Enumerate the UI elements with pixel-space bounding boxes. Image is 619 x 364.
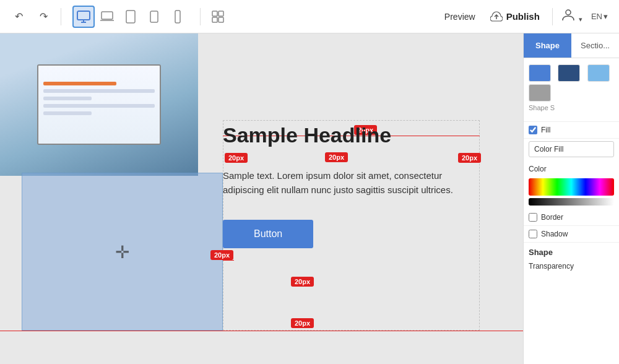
device-desktop-button[interactable] <box>72 6 95 28</box>
fill-label: Fill <box>541 126 614 134</box>
right-panel: Shape Sectio... Shape S Fill C <box>523 33 619 364</box>
screen-line-1 <box>43 82 116 85</box>
screen-line-5 <box>43 111 92 115</box>
svg-rect-7 <box>212 11 217 16</box>
redo-button[interactable]: ↷ <box>32 6 54 28</box>
svg-rect-8 <box>219 11 223 16</box>
publish-button[interactable]: Publish <box>484 7 546 27</box>
tab-section-label: Sectio... <box>581 41 610 50</box>
shadow-label: Shadow <box>541 230 614 238</box>
spacing-line-left <box>223 260 234 261</box>
blue-box[interactable]: ✛ <box>22 173 223 331</box>
tab-shape[interactable]: Shape <box>524 33 571 58</box>
shadow-checkbox[interactable] <box>529 230 537 238</box>
canvas-inner: ✛ 20px 20px 20px Sample Headline 20px Sa… <box>0 33 523 364</box>
swatch-light-blue[interactable] <box>587 64 610 82</box>
cta-button[interactable]: Button <box>223 220 313 248</box>
hero-image <box>0 33 198 176</box>
svg-rect-4 <box>126 11 135 23</box>
transparency-label: Transparency <box>524 259 619 275</box>
swatch-placeholder <box>558 84 580 102</box>
color-lightness[interactable] <box>529 198 614 206</box>
spacing-btn-bottom-badge: 20px <box>291 318 314 328</box>
device-tablet-button[interactable] <box>119 6 142 28</box>
tab-section[interactable]: Sectio... <box>571 33 619 58</box>
spacing-line-bottom <box>0 331 523 331</box>
swatch-gray[interactable] <box>529 84 551 102</box>
swatch-placeholder2 <box>587 84 610 102</box>
screen-content <box>38 66 160 144</box>
svg-point-12 <box>566 10 571 15</box>
device-tablet-sm-button[interactable] <box>143 6 165 28</box>
spacing-bluebox-left-badge: 20px <box>210 250 233 260</box>
canvas[interactable]: ✛ 20px 20px 20px Sample Headline 20px Sa… <box>0 33 523 364</box>
laptop-screen <box>37 64 161 145</box>
color-swatches-section: Shape S <box>524 58 619 122</box>
toolbar-divider-2 <box>200 8 201 25</box>
svg-rect-10 <box>219 17 223 22</box>
screen-line-2 <box>43 89 155 93</box>
swatch-dark-blue[interactable] <box>558 64 580 82</box>
border-label: Border <box>541 213 614 222</box>
device-icons-group <box>72 6 189 28</box>
laptop-mockup <box>0 33 198 176</box>
fill-dropdown[interactable]: Color Fill <box>529 141 614 157</box>
svg-rect-9 <box>212 17 217 22</box>
user-button[interactable]: ▾ <box>559 6 585 28</box>
panel-tabs: Shape Sectio... <box>524 33 619 58</box>
tab-shape-label: Shape <box>535 41 560 50</box>
body-text: Sample text. Lorem ipsum dolor sit amet,… <box>223 168 470 197</box>
svg-rect-0 <box>77 11 90 20</box>
shape-section-label: Shape <box>524 243 619 259</box>
border-row: Border <box>524 209 619 226</box>
spacing-btn-top-badge: 20px <box>291 277 314 287</box>
color-swatches-grid <box>529 64 614 102</box>
lang-chevron: ▾ <box>604 12 608 21</box>
language-button[interactable]: EN ▾ <box>587 9 612 24</box>
device-laptop-button[interactable] <box>96 6 118 28</box>
shape-style-label: Shape S <box>529 104 614 111</box>
fill-checkbox[interactable] <box>529 126 537 134</box>
publish-label: Publish <box>506 11 540 22</box>
screen-line-3 <box>43 97 92 100</box>
fill-type-label: Color Fill <box>534 145 563 154</box>
spacing-inner-top-badge: 20px <box>325 152 348 162</box>
preview-button[interactable]: Preview <box>438 8 482 25</box>
preview-label: Preview <box>444 12 475 22</box>
color-spectrum[interactable] <box>529 178 614 196</box>
fill-row: Fill <box>524 122 619 139</box>
cta-button-label: Button <box>254 228 282 239</box>
toolbar: ↶ ↷ <box>0 0 619 33</box>
headline: Sample Headline <box>223 123 470 147</box>
color-label: Color <box>524 162 619 176</box>
screen-line-4 <box>43 104 155 108</box>
pages-button[interactable] <box>207 6 229 28</box>
main-area: ✛ 20px 20px 20px Sample Headline 20px Sa… <box>0 33 619 364</box>
swatch-blue[interactable] <box>529 64 551 82</box>
shadow-row: Shadow <box>524 226 619 243</box>
svg-rect-6 <box>175 11 180 23</box>
move-cursor-icon: ✛ <box>115 241 129 262</box>
device-mobile-button[interactable] <box>167 6 189 28</box>
svg-rect-3 <box>102 12 113 19</box>
content-section: Sample Headline 20px Sample text. Lorem … <box>223 123 470 248</box>
svg-rect-5 <box>150 11 158 22</box>
toolbar-divider-3 <box>552 8 553 25</box>
border-checkbox[interactable] <box>529 213 537 222</box>
toolbar-divider-1 <box>61 8 61 25</box>
lang-label: EN <box>591 12 602 21</box>
undo-button[interactable]: ↶ <box>7 6 30 28</box>
